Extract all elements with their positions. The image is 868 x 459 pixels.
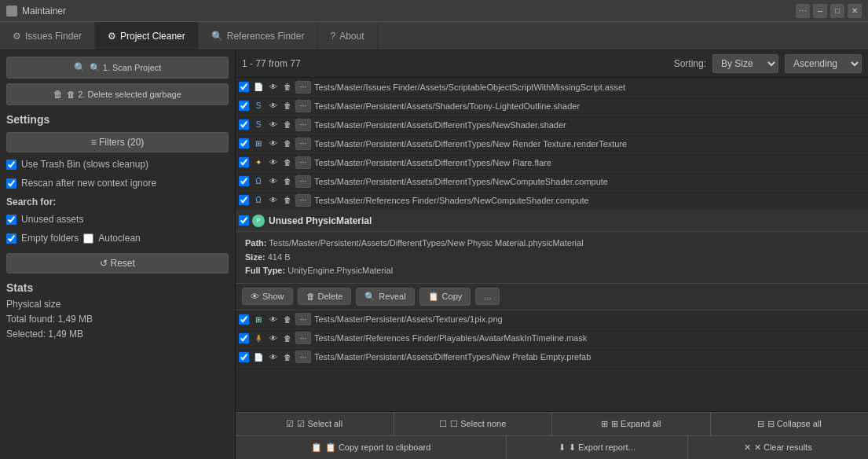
select-none-button[interactable]: ☐ ☐ Select none	[394, 412, 553, 435]
eye-icon[interactable]: 👁	[267, 332, 280, 344]
eye-icon[interactable]: 👁	[267, 81, 280, 94]
autoclean-checkbox[interactable]	[83, 233, 93, 244]
trash-icon[interactable]: 🗑	[281, 194, 294, 207]
empty-folders-checkbox[interactable]	[6, 233, 16, 244]
trash-icon[interactable]: 🗑	[281, 138, 294, 150]
trash-icon[interactable]: 🗑	[281, 81, 294, 94]
file-row[interactable]: 📄 👁 🗑 ··· Tests/Master/Issues Finder/Ass…	[236, 78, 868, 97]
eye-icon[interactable]: 👁	[267, 313, 280, 325]
more-icon[interactable]: ···	[295, 138, 311, 150]
more-icon[interactable]: ···	[295, 175, 311, 188]
delete-icon: 🗑	[306, 292, 315, 301]
file-row[interactable]: 📄 👁 🗑 ··· Tests/Master/Persistent/Assets…	[236, 348, 868, 367]
empty-folders-row: Empty folders Autoclean	[6, 231, 229, 245]
unused-assets-checkbox[interactable]	[6, 215, 16, 225]
sort-order-select[interactable]: Ascending Descending	[785, 54, 862, 73]
file-checkbox[interactable]	[239, 101, 249, 111]
detail-size: Size: 414 B	[245, 251, 859, 265]
file-checkbox[interactable]	[239, 119, 249, 130]
file-checkbox[interactable]	[239, 195, 249, 205]
file-row[interactable]: ✦ 👁 🗑 ··· Tests/Master/Persistent/Assets…	[236, 153, 868, 172]
eye-icon[interactable]: 👁	[267, 351, 280, 363]
expand-all-button[interactable]: ⊞ ⊞ Expand all	[552, 412, 711, 435]
trash-icon[interactable]: 🗑	[281, 332, 294, 344]
toolbar: 1 - 77 from 77 Sorting: By Size By Name …	[236, 50, 868, 78]
references-icon: 🔍	[211, 31, 223, 42]
more-button[interactable]: ...	[475, 288, 500, 305]
about-icon: ?	[330, 31, 335, 42]
file-row[interactable]: 🧍 👁 🗑 ··· Tests/Master/References Finder…	[236, 329, 868, 348]
copy-report-button[interactable]: 📋 📋 Copy report to clipboard	[236, 435, 507, 459]
more-icon[interactable]: ···	[295, 351, 311, 363]
file-checkbox[interactable]	[239, 333, 249, 343]
trash-icon[interactable]: 🗑	[281, 313, 294, 325]
use-trash-bin-row: Use Trash Bin (slows cleanup)	[6, 157, 229, 171]
file-row[interactable]: Ω 👁 🗑 ··· Tests/Master/References Finder…	[236, 191, 868, 210]
selected-label: Selected: 1,49 MB	[6, 327, 229, 342]
more-icon[interactable]: ···	[295, 81, 311, 94]
file-checkbox[interactable]	[239, 352, 249, 362]
rescan-after-checkbox[interactable]	[6, 178, 16, 189]
reset-button[interactable]: ↺ Reset	[6, 253, 229, 274]
tab-cleaner[interactable]: ⚙ Project Cleaner	[95, 22, 199, 50]
tab-bar: ⚙ Issues Finder ⚙ Project Cleaner 🔍 Refe…	[0, 22, 868, 50]
more-icon[interactable]: ···	[295, 119, 311, 131]
trash-icon[interactable]: 🗑	[281, 119, 294, 131]
file-type-icon: 📄	[252, 81, 265, 94]
bottom-bar: ☑ ☑ Select all ☐ ☐ Select none ⊞ ⊞ Expan…	[236, 411, 868, 459]
close-btn[interactable]: ✕	[848, 4, 862, 18]
file-row[interactable]: ⊞ 👁 🗑 ··· Tests/Master/Persistent/Assets…	[236, 310, 868, 329]
eye-icon[interactable]: 👁	[267, 138, 280, 150]
trash-icon[interactable]: 🗑	[281, 156, 294, 169]
reveal-button[interactable]: 🔍 Reveal	[356, 288, 414, 306]
count-label: 1 - 77 from 77	[242, 58, 668, 69]
scan-project-button[interactable]: 🔍 🔍 1. Scan Project	[6, 57, 229, 79]
more-icon[interactable]: ···	[295, 194, 311, 207]
more-icon[interactable]: ···	[295, 313, 311, 325]
physic-icon: P	[252, 215, 265, 227]
use-trash-bin-checkbox[interactable]	[6, 160, 16, 170]
file-checkbox[interactable]	[239, 82, 249, 92]
select-all-button[interactable]: ☑ ☑ Select all	[236, 412, 394, 435]
file-row[interactable]: S 👁 🗑 ··· Tests/Master/Persistent/Assets…	[236, 97, 868, 116]
more-icon[interactable]: ···	[295, 156, 311, 169]
minimize-btn[interactable]: –	[813, 4, 827, 18]
file-type-icon: S	[252, 100, 265, 112]
tab-about[interactable]: ? About	[317, 22, 377, 50]
file-checkbox[interactable]	[239, 138, 249, 149]
trash-icon[interactable]: 🗑	[281, 175, 294, 188]
expanded-header[interactable]: P Unused PhysicMaterial	[236, 210, 868, 232]
tab-references[interactable]: 🔍 References Finder	[199, 22, 318, 50]
file-row[interactable]: ⊞ 👁 🗑 ··· Tests/Master/Persistent/Assets…	[236, 134, 868, 153]
maximize-btn[interactable]: □	[830, 4, 844, 18]
file-checkbox[interactable]	[239, 314, 249, 325]
show-icon: 👁	[251, 292, 259, 301]
eye-icon[interactable]: 👁	[267, 156, 280, 169]
eye-icon[interactable]: 👁	[267, 175, 280, 188]
show-button[interactable]: 👁 Show	[242, 288, 293, 305]
file-checkbox[interactable]	[239, 176, 249, 186]
more-icon[interactable]: ···	[295, 332, 311, 344]
delete-button[interactable]: 🗑 Delete	[298, 288, 352, 305]
trash-icon[interactable]: 🗑	[281, 351, 294, 363]
left-panel: 🔍 🔍 1. Scan Project 🗑 🗑 2. Delete select…	[0, 50, 236, 459]
more-icon[interactable]: ···	[295, 100, 311, 112]
menu-btn[interactable]: ⋯	[796, 4, 810, 18]
delete-garbage-button[interactable]: 🗑 🗑 2. Delete selected garbage	[6, 83, 229, 105]
eye-icon[interactable]: 👁	[267, 119, 280, 131]
copy-report-icon: 📋	[311, 442, 322, 453]
file-row[interactable]: Ω 👁 🗑 ··· Tests/Master/Persistent/Assets…	[236, 172, 868, 191]
sort-by-select[interactable]: By Size By Name By Type By Date	[712, 54, 778, 73]
copy-button[interactable]: 📋 Copy	[419, 288, 471, 306]
eye-icon[interactable]: 👁	[267, 194, 280, 207]
clear-results-button[interactable]: ✕ ✕ Clear results	[688, 435, 868, 459]
file-checkbox[interactable]	[239, 157, 249, 167]
trash-icon[interactable]: 🗑	[281, 100, 294, 112]
file-row[interactable]: S 👁 🗑 ··· Tests/Master/Persistent/Assets…	[236, 116, 868, 134]
collapse-all-button[interactable]: ⊟ ⊟ Collapse all	[711, 412, 869, 435]
tab-issues[interactable]: ⚙ Issues Finder	[0, 22, 95, 50]
export-report-button[interactable]: ⬇ ⬇ Export report...	[507, 435, 687, 459]
expanded-checkbox[interactable]	[239, 215, 249, 226]
eye-icon[interactable]: 👁	[267, 100, 280, 112]
filters-button[interactable]: ≡ Filters (20)	[6, 132, 229, 152]
